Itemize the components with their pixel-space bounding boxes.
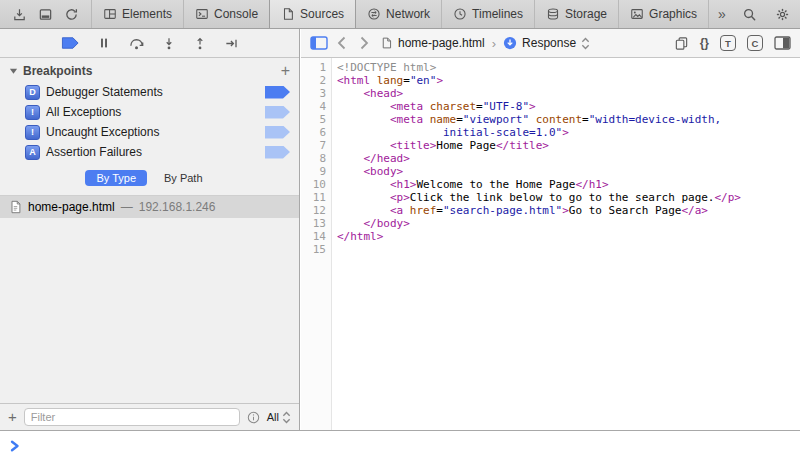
line-number[interactable]: 1 — [301, 61, 332, 74]
source-code-editor[interactable]: 1 <!DOCTYPE html> 2 <html lang="en"> 3 <… — [301, 58, 800, 430]
web-inspector-window: Elements Console Sources Network Timelin… — [0, 0, 800, 461]
up-down-chevrons-icon[interactable] — [581, 37, 590, 50]
resource-name: home-page.html — [28, 200, 115, 214]
line-number[interactable]: 9 — [301, 165, 332, 178]
breakpoint-row-assertion-failures[interactable]: A Assertion Failures — [0, 142, 299, 162]
code-text[interactable] — [332, 243, 337, 256]
scope-by-type-button[interactable]: By Type — [85, 170, 147, 186]
breakpoint-row-all-exceptions[interactable]: ! All Exceptions — [0, 102, 299, 122]
export-button[interactable] — [12, 7, 27, 22]
settings-button[interactable] — [768, 7, 797, 22]
breakpoint-disabled-marker[interactable] — [265, 106, 290, 119]
back-button[interactable] — [337, 36, 347, 50]
code-text[interactable]: <!DOCTYPE html> — [332, 61, 436, 74]
info-icon[interactable] — [247, 411, 260, 424]
breakpoint-row-uncaught-exceptions[interactable]: ! Uncaught Exceptions — [0, 122, 299, 142]
breadcrumb-section-label[interactable]: Response — [522, 36, 576, 50]
tab-graphics[interactable]: Graphics — [618, 0, 708, 28]
breakpoints-section-header: Breakpoints + — [0, 58, 299, 82]
elements-icon — [103, 7, 117, 21]
code-text[interactable]: <a href="search-page.html">Go to Search … — [332, 204, 708, 217]
dock-button[interactable] — [38, 7, 53, 22]
line-number[interactable]: 7 — [301, 139, 332, 152]
filter-input[interactable] — [24, 408, 240, 426]
code-line: 13 </body> — [301, 217, 800, 230]
code-text[interactable]: <body> — [332, 165, 403, 178]
content-pane: home-page.html › Response {} T C — [301, 29, 800, 430]
code-text[interactable]: <title>Home Page</title> — [332, 139, 549, 152]
filter-add-button[interactable]: + — [8, 411, 17, 423]
tab-elements[interactable]: Elements — [91, 0, 183, 28]
code-text[interactable]: </html> — [332, 230, 383, 243]
code-text[interactable]: <meta name="viewport" content="width=dev… — [332, 113, 721, 126]
line-number[interactable]: 15 — [301, 243, 332, 256]
line-number[interactable]: 10 — [301, 178, 332, 191]
code-text[interactable]: <h1>Welcome to the Home Page</h1> — [332, 178, 609, 191]
step-out-button[interactable] — [193, 36, 207, 51]
tab-sources[interactable]: Sources — [269, 0, 356, 28]
breakpoints-toggle-button[interactable] — [61, 36, 80, 50]
code-line: 1 <!DOCTYPE html> — [301, 61, 800, 74]
search-button[interactable] — [735, 7, 764, 22]
filter-scope-select[interactable]: All — [267, 411, 291, 424]
tab-storage[interactable]: Storage — [534, 0, 618, 28]
add-breakpoint-button[interactable]: + — [281, 65, 290, 77]
line-number[interactable]: 8 — [301, 152, 332, 165]
step-over-button[interactable] — [128, 36, 145, 51]
code-line: 2 <html lang="en"> — [301, 74, 800, 87]
tabbar-right-buttons — [735, 0, 800, 28]
forward-button[interactable] — [359, 36, 369, 50]
sidebar-toggle-icon — [310, 36, 328, 50]
line-number[interactable]: 3 — [301, 87, 332, 100]
tab-label: Timelines — [472, 7, 523, 21]
tab-label: Elements — [122, 7, 172, 21]
line-number[interactable]: 14 — [301, 230, 332, 243]
timelines-icon — [453, 7, 467, 21]
step-next-button[interactable] — [224, 36, 239, 51]
uncaught-exceptions-icon: ! — [25, 125, 40, 140]
copy-button[interactable] — [674, 36, 689, 51]
line-number[interactable]: 12 — [301, 204, 332, 217]
pause-button[interactable] — [97, 36, 111, 50]
copy-icon — [674, 36, 689, 51]
up-down-chevrons-icon — [282, 411, 291, 424]
code-text[interactable]: initial-scale=1.0"> — [332, 126, 569, 139]
code-text[interactable]: <html lang="en"> — [332, 74, 443, 87]
disclosure-triangle-icon[interactable] — [9, 67, 18, 75]
breakpoint-enabled-marker[interactable] — [265, 86, 290, 99]
line-number[interactable]: 5 — [301, 113, 332, 126]
code-text[interactable]: </body> — [332, 217, 410, 230]
tab-timelines[interactable]: Timelines — [441, 0, 534, 28]
split-view-button[interactable] — [774, 36, 791, 50]
type-profiler-button[interactable]: T — [720, 35, 736, 51]
debugger-statements-icon: D — [25, 85, 40, 100]
code-line: 5 <meta name="viewport" content="width=d… — [301, 113, 800, 126]
breadcrumb-file-name[interactable]: home-page.html — [398, 36, 485, 50]
code-text[interactable]: <head> — [332, 87, 403, 100]
tab-label: Console — [214, 7, 258, 21]
code-text[interactable]: <p>Click the link below to go to the sea… — [332, 191, 741, 204]
reload-button[interactable] — [64, 7, 79, 22]
back-chevron-icon — [337, 36, 347, 50]
code-text[interactable]: <meta charset="UTF-8"> — [332, 100, 536, 113]
step-out-icon — [193, 36, 207, 51]
step-into-button[interactable] — [162, 36, 176, 51]
tab-network[interactable]: Network — [356, 0, 441, 28]
line-number[interactable]: 4 — [301, 100, 332, 113]
code-coverage-button[interactable]: C — [747, 35, 763, 51]
sidebar-toggle-button[interactable] — [310, 36, 328, 50]
code-text[interactable]: </head> — [332, 152, 410, 165]
line-number[interactable]: 11 — [301, 191, 332, 204]
line-number[interactable]: 2 — [301, 74, 332, 87]
scope-by-path-button[interactable]: By Path — [153, 170, 214, 186]
tab-console[interactable]: Console — [183, 0, 269, 28]
breakpoint-disabled-marker[interactable] — [265, 146, 290, 159]
tab-overflow-button[interactable]: » — [708, 0, 735, 28]
resource-row-home-page[interactable]: home-page.html — 192.168.1.246 — [0, 196, 299, 218]
quick-console-bar[interactable] — [0, 430, 800, 461]
pretty-print-button[interactable]: {} — [700, 36, 709, 50]
line-number[interactable]: 13 — [301, 217, 332, 230]
breakpoint-disabled-marker[interactable] — [265, 126, 290, 139]
line-number[interactable]: 6 — [301, 126, 332, 139]
breakpoint-row-debugger-statements[interactable]: D Debugger Statements — [0, 82, 299, 102]
